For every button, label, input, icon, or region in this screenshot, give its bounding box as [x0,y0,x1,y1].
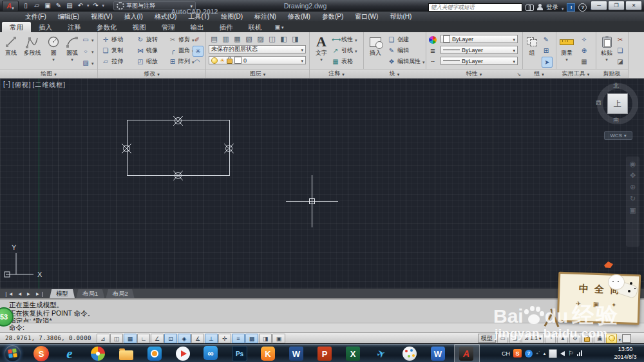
menu-dimension[interactable]: 标注(N) [249,12,282,21]
viewcube-south[interactable]: 南 [613,116,619,124]
toggle-infer-constraints[interactable]: ⊿ [97,334,109,343]
viewcube-west[interactable]: 西 [596,99,601,107]
quick-select-button[interactable] [580,35,588,44]
showmotion-icon[interactable]: ▣ [629,207,636,214]
linetype-dropdown[interactable]: ByLayer [440,57,518,65]
ribbon-tab-home[interactable]: 常用 [2,22,31,32]
copy-button[interactable]: 复制 [102,46,123,55]
menu-parametric[interactable]: 参数(P) [316,12,349,21]
panel-modify-label[interactable]: 修改 [98,69,205,78]
signin-link[interactable]: 登录 [546,3,558,12]
panel-properties-label[interactable]: 特性↘ [426,69,522,78]
toggle-object-snap[interactable]: ⊡ [164,334,177,343]
panel-layers-label[interactable]: 图层 [206,69,309,78]
taskbar-powerpoint[interactable]: P [317,346,332,361]
ellipse-tool-button[interactable] [82,46,94,56]
media-browser-icon[interactable] [275,22,284,32]
taskbar-autocad-active[interactable]: A [459,346,474,361]
start-button[interactable] [5,345,21,361]
panel-block-label[interactable]: 块 [363,69,426,78]
menu-edit[interactable]: 编辑(E) [52,12,85,21]
insert-block-button[interactable]: 插入 [366,34,385,56]
panel-utilities-label[interactable]: 实用工具 [556,69,596,78]
layer-freeze-icon[interactable]: ▨ [255,35,266,43]
tab-model[interactable]: 模型 [50,289,75,298]
next-tab-icon[interactable]: ► [26,291,32,297]
stretch-button[interactable]: 拉伸 [102,57,123,66]
search-input[interactable] [428,3,522,12]
taskbar-clock[interactable]: 13:50 2014/8/3 [608,345,643,361]
taskbar-wps[interactable]: W [430,346,446,361]
layer-match-icon[interactable]: ◨ [290,35,301,43]
panel-annotation-label[interactable]: 注释 [310,69,363,78]
measure-button[interactable]: 测量 [557,34,576,63]
viewcube-top-face[interactable]: 上 [607,93,628,114]
taskbar-word[interactable]: W [289,346,304,361]
trim-button[interactable]: 修剪 [169,35,194,44]
lineweight-dropdown[interactable]: ByLayer [440,46,518,54]
line-button[interactable]: 直线 [1,34,21,56]
status-menu-icon[interactable] [618,332,621,344]
toggle-ortho-mode[interactable]: ∟ [137,334,150,343]
mirror-button[interactable]: 镜像 [137,46,158,55]
layer-off-icon[interactable]: ◫ [267,35,278,43]
arc-button[interactable]: 圆弧 [63,34,81,63]
menu-window[interactable]: 窗口(W) [349,12,384,21]
array-button[interactable]: 阵列 [169,57,194,66]
tab-layout2[interactable]: 布局2 [106,289,134,298]
ribbon-tab-parametric[interactable]: 参数化 [89,22,125,32]
viewport-menu-control[interactable]: [-] [3,81,11,90]
print-icon[interactable] [65,1,74,10]
layer-unisolate-icon[interactable]: ▧ [243,35,254,43]
clean-screen-button[interactable] [622,334,631,343]
scale-button[interactable]: 缩放 [137,57,158,66]
chevron-down-icon[interactable] [71,56,73,63]
flag-icon[interactable]: ⚐ [568,350,574,357]
visual-style-control[interactable]: [二维线框] [32,81,66,90]
color-wheel-button[interactable] [429,35,437,44]
ribbon-tab-plugins[interactable]: 插件 [212,22,241,32]
ribbon-tab-insert[interactable]: 插入 [31,22,60,32]
layer-state-dropdown[interactable]: 未保存的图层状态 [209,45,306,53]
taskbar-pps[interactable] [147,346,162,361]
match-properties-button[interactable] [616,57,624,66]
lineweight-icon-button[interactable] [429,46,437,55]
menu-draw[interactable]: 绘图(D) [215,12,249,21]
rotate-button[interactable]: 旋转 [137,35,158,44]
ungroup-button[interactable] [542,35,550,44]
app-menu-button[interactable]: A [2,1,19,12]
last-tab-icon[interactable]: ►❘ [35,291,44,297]
taskbar-media-player[interactable] [175,346,191,361]
toggle-grid-display[interactable]: ▦ [124,334,137,343]
drawing-area[interactable]: [-] [俯视] [二维线框] Y X 北 西 东 南 上 WCS [0,79,644,289]
redo-icon[interactable] [91,1,100,10]
cut-button[interactable] [616,35,624,44]
copy-clip-button[interactable] [616,46,624,55]
polyline-button[interactable]: 多段线 [21,34,44,56]
taskbar-photoshop[interactable]: Ps [232,346,247,361]
toggle-lineweight[interactable]: ≡ [232,334,245,343]
text-button[interactable]: A 文字 [313,34,330,63]
hatch-tool-button[interactable] [82,58,94,68]
group-edit-button[interactable] [542,46,550,55]
taskbar-internet-explorer[interactable]: e [62,346,77,361]
edit-block-button[interactable]: 编辑 [388,46,409,55]
wcs-dropdown[interactable]: WCS [604,131,632,140]
point-marker-right[interactable] [223,143,234,154]
point-marker-top[interactable] [173,115,184,126]
ribbon-tab-view[interactable]: 视图 [125,22,154,32]
menu-help[interactable]: 帮助(H) [384,12,417,21]
point-marker-left[interactable] [121,143,132,154]
layer-thaw-icon[interactable]: ☀ [220,57,225,64]
fillet-button[interactable]: 圆角 [169,46,194,55]
volume-icon[interactable] [560,351,565,356]
steering-wheel-icon[interactable]: ◉ [630,160,636,167]
toggle-polar-tracking[interactable]: ∠ [151,334,164,343]
help-tray-icon[interactable]: ? [525,350,533,357]
taskbar-paint-tool[interactable] [402,346,417,361]
leader-button[interactable]: 引线 [332,46,357,55]
minimize-button[interactable]: ─ [591,1,607,10]
action-center-icon[interactable] [549,349,557,358]
ribbon-tab-annotate[interactable]: 注释 [60,22,89,32]
undo-icon[interactable] [76,1,85,10]
